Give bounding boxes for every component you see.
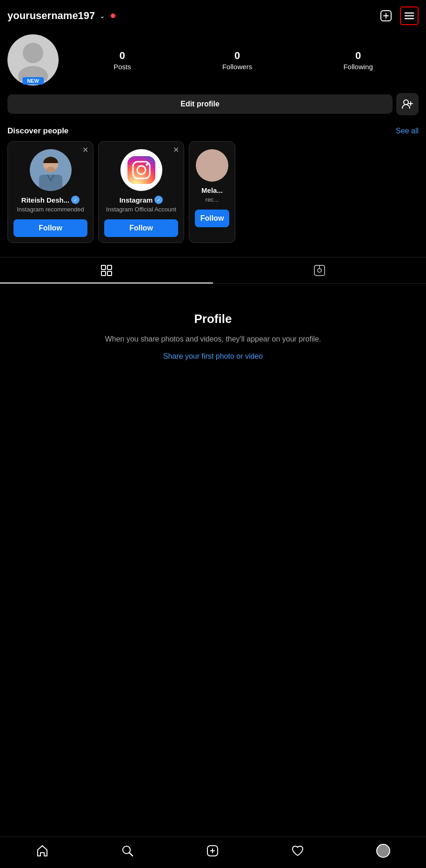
add-person-button[interactable]: [396, 93, 419, 115]
nav-profile[interactable]: [372, 841, 395, 861]
edit-profile-button[interactable]: Edit profile: [7, 94, 393, 114]
add-icon: [206, 844, 219, 857]
svg-rect-21: [101, 265, 106, 270]
search-icon: [121, 844, 134, 857]
following-count: 0: [355, 50, 361, 62]
notification-dot: [111, 13, 115, 18]
nav-profile-avatar: [376, 844, 390, 858]
share-link[interactable]: Share your first photo or video: [163, 352, 263, 361]
person-1-name-row: Riteish Desh... ✓: [21, 196, 80, 204]
posts-label: Posts: [113, 63, 131, 71]
grid-icon: [100, 264, 113, 277]
person-1-name: Riteish Desh...: [21, 196, 69, 204]
header-right: [377, 7, 419, 25]
person-2-name-row: Instagram ✓: [120, 196, 163, 204]
person-3-image: [196, 149, 228, 182]
tabs-row: [0, 257, 426, 284]
svg-rect-15: [127, 156, 155, 184]
person-2-name: Instagram: [120, 196, 153, 204]
instagram-logo-icon: [125, 154, 158, 186]
person-2-subtitle: Instagram Official Account: [106, 206, 176, 214]
instagram-avatar: [120, 149, 162, 191]
svg-line-29: [129, 853, 133, 856]
empty-title: Profile: [194, 312, 232, 326]
person-3-name-row: Mela...: [201, 186, 223, 194]
svg-point-8: [404, 100, 408, 105]
tagged-icon: [313, 264, 326, 277]
new-badge: NEW: [22, 77, 44, 85]
header-left: yourusername197 ⌄: [7, 10, 115, 22]
menu-button[interactable]: [400, 7, 419, 25]
nav-search[interactable]: [116, 842, 139, 860]
follow-person-3-button[interactable]: Follow: [195, 210, 229, 227]
svg-rect-23: [101, 271, 106, 276]
stats-container: 0 Posts 0 Followers 0 Following: [68, 50, 419, 71]
nav-home[interactable]: [31, 842, 53, 860]
home-icon: [36, 844, 49, 857]
followers-stat[interactable]: 0 Followers: [222, 50, 252, 71]
svg-point-19: [146, 164, 148, 166]
posts-stat[interactable]: 0 Posts: [113, 50, 131, 71]
following-label: Following: [343, 63, 373, 71]
svg-rect-22: [107, 265, 112, 270]
avatar-container: NEW: [7, 34, 59, 85]
person-3-subtitle: rec...: [206, 196, 219, 204]
svg-point-26: [318, 269, 321, 272]
followers-label: Followers: [222, 63, 252, 71]
add-post-button[interactable]: [377, 7, 395, 25]
action-row: Edit profile: [0, 93, 426, 123]
discover-header: Discover people See all: [0, 123, 426, 141]
nav-add[interactable]: [201, 842, 224, 860]
nav-activity[interactable]: [286, 842, 309, 860]
empty-profile: Profile When you share photos and videos…: [0, 284, 426, 375]
discover-title: Discover people: [7, 126, 68, 136]
posts-count: 0: [120, 50, 125, 62]
header: yourusername197 ⌄: [0, 0, 426, 30]
person-card-1: ✕ Riteish Desh... ✓ Instagram recommende…: [7, 141, 93, 243]
person-card-2: ✕: [98, 141, 184, 243]
tab-grid[interactable]: [0, 257, 213, 283]
person-1-verified-icon: ✓: [71, 196, 80, 204]
close-card-1-button[interactable]: ✕: [82, 146, 88, 154]
person-1-subtitle: Instagram recommended: [17, 206, 84, 214]
person-1-avatar: [30, 149, 72, 191]
follow-person-1-button[interactable]: Follow: [13, 219, 87, 237]
person-1-image: [30, 149, 72, 191]
svg-rect-13: [39, 175, 62, 191]
add-person-icon: [401, 98, 413, 110]
bottom-nav: [0, 836, 426, 868]
followers-count: 0: [234, 50, 240, 62]
profile-section: NEW 0 Posts 0 Followers 0 Following: [0, 30, 426, 93]
person-3-name: Mela...: [201, 186, 223, 194]
svg-point-14: [46, 167, 55, 172]
svg-point-6: [23, 43, 43, 63]
empty-subtitle: When you share photos and videos, they'l…: [105, 334, 321, 345]
people-scroll: ✕ Riteish Desh... ✓ Instagram recommende…: [0, 141, 426, 252]
avatar-silhouette: [14, 39, 52, 81]
username[interactable]: yourusername197: [7, 10, 95, 22]
person-card-3: Mela... rec... Follow: [189, 141, 235, 243]
following-stat[interactable]: 0 Following: [343, 50, 373, 71]
follow-instagram-button[interactable]: Follow: [104, 219, 178, 237]
see-all-button[interactable]: See all: [396, 127, 419, 135]
svg-point-20: [196, 149, 228, 182]
person-2-verified-icon: ✓: [154, 196, 163, 204]
tab-tagged[interactable]: [213, 257, 426, 283]
svg-rect-24: [107, 271, 112, 276]
chevron-down-icon[interactable]: ⌄: [100, 12, 105, 20]
person-3-avatar: [196, 149, 228, 182]
close-card-2-button[interactable]: ✕: [173, 146, 179, 154]
heart-icon: [291, 844, 304, 857]
